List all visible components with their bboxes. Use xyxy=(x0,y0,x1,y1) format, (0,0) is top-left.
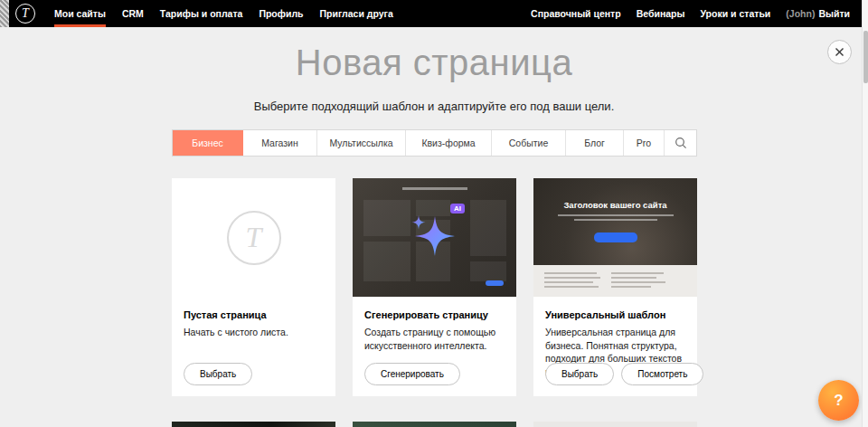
close-button[interactable] xyxy=(827,40,852,64)
template-card-partial[interactable] xyxy=(533,422,697,427)
nav-item-help-center[interactable]: Справочный центр xyxy=(531,8,621,19)
preview-headline-line xyxy=(402,187,467,190)
template-card-ai-generate: AI Сгенерировать страницу Создать страни… xyxy=(353,178,516,396)
next-template-row xyxy=(172,422,697,427)
card-title: Пустая страница xyxy=(184,309,324,320)
preview-mini-button xyxy=(486,280,504,286)
template-card-universal: Заголовок вашего сайта Универсальный ша xyxy=(533,178,697,396)
nav-item-profile[interactable]: Профиль xyxy=(250,0,311,27)
tab-quiz-form[interactable]: Квиз-форма xyxy=(406,130,492,156)
nav-item-pricing[interactable]: Тарифы и оплата xyxy=(152,0,251,27)
template-cards-grid: T Пустая страница Начать с чистого листа… xyxy=(172,178,697,396)
tab-search[interactable] xyxy=(665,130,696,156)
nav-item-invite-friend[interactable]: Пригласи друга xyxy=(312,0,401,27)
template-category-tabs: Бизнес Магазин Мультиссылка Квиз-форма С… xyxy=(172,129,697,157)
topbar-secondary-nav: Справочный центр Вебинары Уроки и статьи… xyxy=(531,8,868,19)
nav-item-crm[interactable]: CRM xyxy=(114,0,152,27)
card-buttons: Выбрать Посмотреть xyxy=(545,363,703,385)
choose-button[interactable]: Выбрать xyxy=(545,363,614,385)
preview-text-line xyxy=(611,286,651,288)
preview-blue-button xyxy=(594,232,637,242)
topbar-nav: Мои сайты CRM Тарифы и оплата Профиль Пр… xyxy=(46,0,401,27)
card-buttons: Выбрать xyxy=(184,363,252,385)
user-box: (John) Выйти xyxy=(786,8,850,19)
template-card-blank: T Пустая страница Начать с чистого листа… xyxy=(172,178,335,396)
card-title: Сгенерировать страницу xyxy=(364,309,505,320)
scrollbar-thumb[interactable] xyxy=(863,31,868,83)
user-name: (John) xyxy=(786,8,815,19)
universal-template-preview[interactable]: Заголовок вашего сайта xyxy=(533,178,697,297)
scrollbar-track xyxy=(862,0,868,427)
topbar: T Мои сайты CRM Тарифы и оплата Профиль … xyxy=(0,0,868,27)
page-title: Новая страница xyxy=(0,43,868,83)
search-icon xyxy=(675,137,687,149)
preview-tile xyxy=(470,200,506,256)
preview-text-line xyxy=(544,281,593,283)
preview-tile xyxy=(363,200,410,236)
preview-text-line xyxy=(544,272,597,274)
preview-text-line xyxy=(611,272,664,274)
preview-hero-heading: Заголовок вашего сайта xyxy=(533,200,697,210)
ai-generate-preview[interactable]: AI xyxy=(353,178,516,297)
preview-text-line xyxy=(558,214,674,216)
tilda-logo[interactable]: T xyxy=(15,4,35,24)
window-edge-pattern xyxy=(0,0,9,27)
preview-text-line xyxy=(544,277,600,279)
generate-button[interactable]: Сгенерировать xyxy=(364,363,460,385)
card-buttons: Сгенерировать xyxy=(364,363,460,385)
preview-tile xyxy=(363,242,410,281)
preview-text-line xyxy=(611,281,665,283)
tab-event[interactable]: Событие xyxy=(492,130,566,156)
tab-store[interactable]: Магазин xyxy=(243,130,317,156)
preview-tile xyxy=(470,261,506,281)
blank-page-preview[interactable]: T xyxy=(172,178,335,297)
logout-link[interactable]: Выйти xyxy=(818,8,850,19)
close-icon xyxy=(835,47,844,57)
tab-multilink[interactable]: Мультиссылка xyxy=(317,130,406,156)
preview-text-section xyxy=(533,265,697,297)
ai-badge: AI xyxy=(450,204,465,214)
tab-pro[interactable]: Pro xyxy=(624,130,665,156)
view-button[interactable]: Посмотреть xyxy=(621,363,703,385)
nav-item-lessons[interactable]: Уроки и статьи xyxy=(700,8,770,19)
card-description: Начать с чистого листа. xyxy=(184,326,324,339)
tilda-new-page-screen: T Мои сайты CRM Тарифы и оплата Профиль … xyxy=(0,0,868,427)
card-title: Универсальный шаблон xyxy=(545,309,685,320)
page-subtitle: Выберите подходящий шаблон и адаптируйте… xyxy=(0,100,868,113)
tab-blog[interactable]: Блог xyxy=(566,130,624,156)
template-card-partial[interactable] xyxy=(172,422,335,427)
template-card-partial[interactable] xyxy=(353,422,516,427)
preview-text-line xyxy=(574,219,657,221)
tilda-mark-icon: T xyxy=(227,211,281,265)
ai-sparkle-icon xyxy=(405,210,465,266)
preview-text-line xyxy=(611,277,656,279)
tab-business[interactable]: Бизнес xyxy=(173,130,243,156)
nav-item-webinars[interactable]: Вебинары xyxy=(637,8,685,19)
nav-item-my-sites[interactable]: Мои сайты xyxy=(46,0,114,27)
help-button[interactable]: ? xyxy=(818,380,859,421)
preview-hero: Заголовок вашего сайта xyxy=(533,178,697,265)
choose-button[interactable]: Выбрать xyxy=(184,363,252,385)
card-description: Создать страницу с помощью искусственног… xyxy=(364,326,505,352)
preview-text-line xyxy=(544,286,599,288)
